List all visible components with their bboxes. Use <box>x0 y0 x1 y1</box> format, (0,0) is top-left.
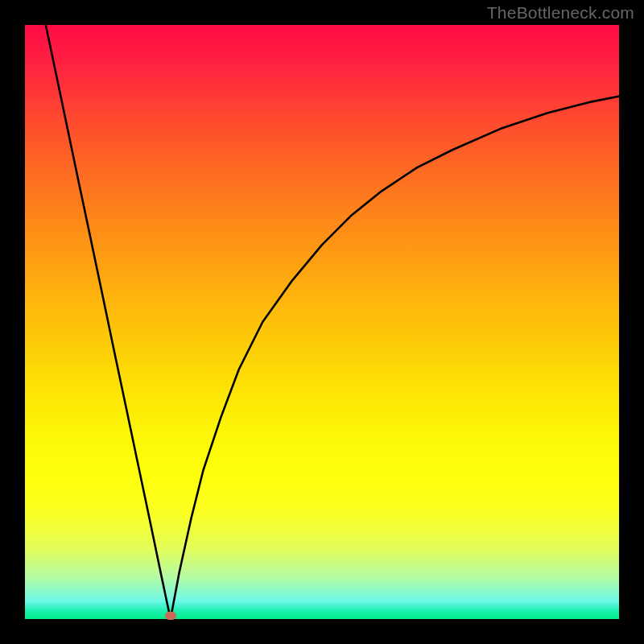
min-point-marker <box>165 612 176 620</box>
watermark-text: TheBottleneck.com <box>487 3 634 23</box>
curve-path <box>46 25 619 619</box>
plot-area <box>25 25 619 619</box>
curve-layer <box>25 25 619 619</box>
